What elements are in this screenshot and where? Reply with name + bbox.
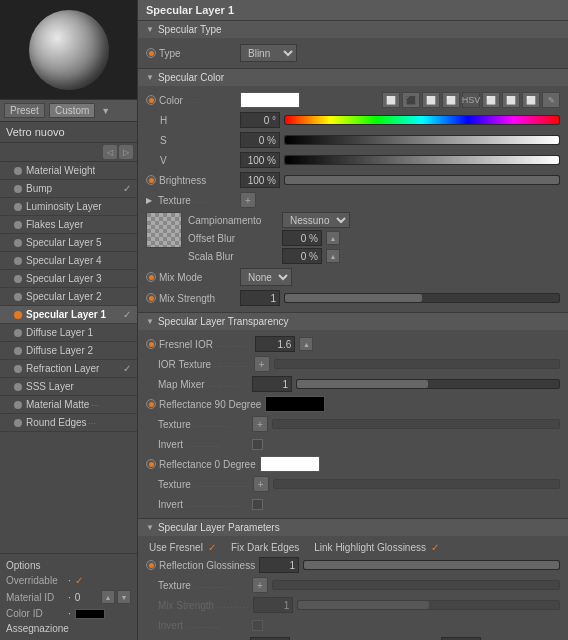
offset-blur-input[interactable] <box>282 230 322 246</box>
material-id-row: Material ID · 0 ▲ ▼ <box>6 588 131 606</box>
param-texture-label: Texture ........... <box>158 580 248 591</box>
offset-blur-label: Offset Blur <box>188 233 278 244</box>
list-item[interactable]: Specular Layer 5 <box>0 234 137 252</box>
map-mixer-input[interactable] <box>252 376 292 392</box>
mix-strength-slider[interactable] <box>284 293 560 303</box>
specular-type-header[interactable]: ▼ Specular Type <box>138 21 568 38</box>
h-input[interactable] <box>240 112 280 128</box>
fresnel-ior-up[interactable]: ▲ <box>299 337 313 351</box>
parameters-header[interactable]: ▼ Specular Layer Parameters <box>138 519 568 536</box>
color-tool-7[interactable]: ⬜ <box>522 92 540 108</box>
reflection-gloss-slider[interactable] <box>303 560 560 570</box>
list-item[interactable]: Material Weight <box>0 162 137 180</box>
color-tool-1[interactable]: ⬜ <box>382 92 400 108</box>
param-mix-strength-slider[interactable] <box>297 600 560 610</box>
list-item[interactable]: Specular Layer 2 <box>0 288 137 306</box>
list-item[interactable]: Diffuse Layer 2 <box>0 342 137 360</box>
mix-mode-select[interactable]: None <box>240 268 292 286</box>
param-mix-strength-input[interactable] <box>253 597 293 613</box>
dot-icon <box>14 203 22 211</box>
texture-90-slider[interactable] <box>272 419 560 429</box>
list-item[interactable]: Luminosity Layer <box>0 198 137 216</box>
reflection-gloss-row: Reflection Glossiness <box>138 555 568 575</box>
reflectance-0-label: Reflectance 0 Degree <box>146 459 256 470</box>
campionamento-select[interactable]: Nessuno <box>282 212 350 228</box>
type-radio[interactable] <box>146 48 156 58</box>
list-item[interactable]: Flakes Layer <box>0 216 137 234</box>
material-id-up[interactable]: ▲ <box>101 590 115 604</box>
scala-blur-input[interactable] <box>282 248 322 264</box>
refraction-layer-item[interactable]: Refraction Layer ✓ <box>0 360 137 378</box>
material-id-down[interactable]: ▼ <box>117 590 131 604</box>
color-tool-6[interactable]: ⬜ <box>502 92 520 108</box>
s-slider[interactable] <box>284 135 560 145</box>
round-edges-item[interactable]: Round Edges ··· <box>0 414 137 432</box>
h-slider[interactable] <box>284 115 560 125</box>
brightness-radio[interactable] <box>146 175 156 185</box>
fix-dark-label: Fix Dark Edges <box>231 542 299 553</box>
reflectance-0-swatch[interactable] <box>260 456 320 472</box>
hsv-button[interactable]: HSV <box>462 92 480 108</box>
param-texture-slider[interactable] <box>272 580 560 590</box>
color-tool-5[interactable]: ⬜ <box>482 92 500 108</box>
custom-button[interactable]: Custom <box>49 103 95 118</box>
reflectance-90-swatch[interactable] <box>265 396 325 412</box>
transparency-header[interactable]: ▼ Specular Layer Transparency <box>138 313 568 330</box>
preset-bar: Preset Custom ▼ <box>0 100 137 122</box>
list-item[interactable]: Specular Layer 4 <box>0 252 137 270</box>
offset-blur-up[interactable]: ▲ <box>326 231 340 245</box>
v-slider[interactable] <box>284 155 560 165</box>
specular-color-header[interactable]: ▼ Specular Color <box>138 69 568 86</box>
reflection-gloss-input[interactable] <box>259 557 299 573</box>
dot-icon <box>14 383 22 391</box>
color-radio[interactable] <box>146 95 156 105</box>
texture-thumbnail[interactable] <box>146 212 182 248</box>
color-swatch[interactable] <box>240 92 300 108</box>
scala-blur-up[interactable]: ▲ <box>326 249 340 263</box>
texture-expand-icon[interactable]: ▶ <box>146 196 152 205</box>
v-input[interactable] <box>240 152 280 168</box>
fresnel-ior-radio[interactable] <box>146 339 156 349</box>
mix-strength-input[interactable] <box>240 290 280 306</box>
mix-mode-radio[interactable] <box>146 272 156 282</box>
param-invert-checkbox[interactable] <box>252 620 263 631</box>
nav-right-icon[interactable]: ▷ <box>119 145 133 159</box>
reflectance-0-radio[interactable] <box>146 459 156 469</box>
color-tool-4[interactable]: ⬜ <box>442 92 460 108</box>
color-tool-8[interactable]: ✎ <box>542 92 560 108</box>
list-item[interactable]: SSS Layer <box>0 378 137 396</box>
brightness-slider[interactable] <box>284 175 560 185</box>
reflectance-90-radio[interactable] <box>146 399 156 409</box>
parameters-section: ▼ Specular Layer Parameters Use Fresnel … <box>138 519 568 640</box>
overridable-row: Overridable · ✓ <box>6 573 131 588</box>
texture-add-btn[interactable]: + <box>240 192 256 208</box>
texture-90-btn[interactable]: + <box>252 416 268 432</box>
color-tool-3[interactable]: ⬜ <box>422 92 440 108</box>
param-texture-btn[interactable]: + <box>252 577 268 593</box>
brightness-input[interactable] <box>240 172 280 188</box>
texture-0-row: Texture ................. + <box>138 474 568 494</box>
type-select[interactable]: Blinn Phong Ward GGX <box>240 44 297 62</box>
ior-texture-slider[interactable] <box>274 359 560 369</box>
material-matte-item[interactable]: Material Matte ··· <box>0 396 137 414</box>
color-tool-2[interactable]: ⬛ <box>402 92 420 108</box>
map-mixer-slider[interactable] <box>296 379 560 389</box>
invert-0-checkbox[interactable] <box>252 499 263 510</box>
specular-layer-1-item[interactable]: Specular Layer 1 ✓ <box>0 306 137 324</box>
preset-button[interactable]: Preset <box>4 103 45 118</box>
invert-90-checkbox[interactable] <box>252 439 263 450</box>
reflection-gloss-radio[interactable] <box>146 560 156 570</box>
map-mixer-row: Map Mixer ........... <box>138 374 568 394</box>
s-input[interactable] <box>240 132 280 148</box>
campionamento-row: Campionamento Nessuno <box>188 212 560 228</box>
texture-0-btn[interactable]: + <box>253 476 269 492</box>
texture-0-slider[interactable] <box>273 479 560 489</box>
list-item[interactable]: Bump ✓ <box>0 180 137 198</box>
list-item[interactable]: Diffuse Layer 1 <box>0 324 137 342</box>
color-id-swatch[interactable] <box>75 609 105 619</box>
ior-texture-btn[interactable]: + <box>254 356 270 372</box>
list-item[interactable]: Specular Layer 3 <box>0 270 137 288</box>
fresnel-ior-input[interactable] <box>255 336 295 352</box>
mix-strength-radio[interactable] <box>146 293 156 303</box>
nav-left-icon[interactable]: ◁ <box>103 145 117 159</box>
